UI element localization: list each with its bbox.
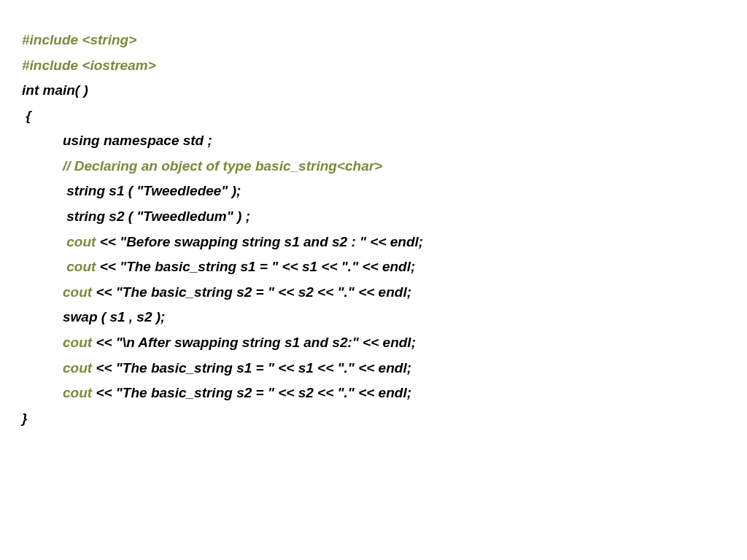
code-line: string s2 ( "Tweedledum" ) ;: [22, 204, 725, 230]
code-text: << "The basic_string s2 = " << s2 << "."…: [92, 385, 411, 400]
code-line: cout << "The basic_string s2 = " << s2 <…: [22, 280, 725, 306]
code-line: using namespace std ;: [22, 128, 725, 154]
code-line: cout << "\n After swapping string s1 and…: [22, 330, 725, 356]
code-block: #include <string> #include <iostream> in…: [22, 28, 725, 431]
code-text: << "The basic_string s1 = " << s1 << "."…: [96, 259, 415, 274]
code-line: cout << "Before swapping string s1 and s…: [22, 230, 725, 255]
code-line: {: [22, 104, 725, 129]
code-text: << "Before swapping string s1 and s2 : "…: [96, 234, 423, 249]
code-text: << "The basic_string s2 = " << s2 << "."…: [92, 284, 411, 300]
keyword-cout: cout: [63, 360, 92, 376]
keyword-cout: cout: [63, 335, 92, 350]
code-line: #include <iostream>: [22, 53, 725, 79]
code-line: string s1 ( "Tweedledee" );: [22, 179, 725, 204]
keyword-cout: cout: [63, 284, 92, 300]
code-line: swap ( s1 , s2 );: [22, 305, 725, 330]
code-line: cout << "The basic_string s1 = " << s1 <…: [22, 356, 725, 381]
code-line: cout << "The basic_string s1 = " << s1 <…: [22, 254, 725, 280]
code-line: // Declaring an object of type basic_str…: [22, 154, 725, 179]
code-text: << "The basic_string s1 = " << s1 << "."…: [92, 360, 411, 376]
code-line: }: [22, 406, 725, 432]
code-line: int main( ): [22, 78, 725, 104]
code-line: cout << "The basic_string s2 = " << s2 <…: [22, 381, 725, 406]
code-text: << "\n After swapping string s1 and s2:"…: [92, 335, 416, 350]
keyword-cout: cout: [63, 234, 96, 249]
code-line: #include <string>: [22, 28, 725, 53]
keyword-cout: cout: [63, 385, 92, 400]
keyword-cout: cout: [63, 259, 96, 274]
